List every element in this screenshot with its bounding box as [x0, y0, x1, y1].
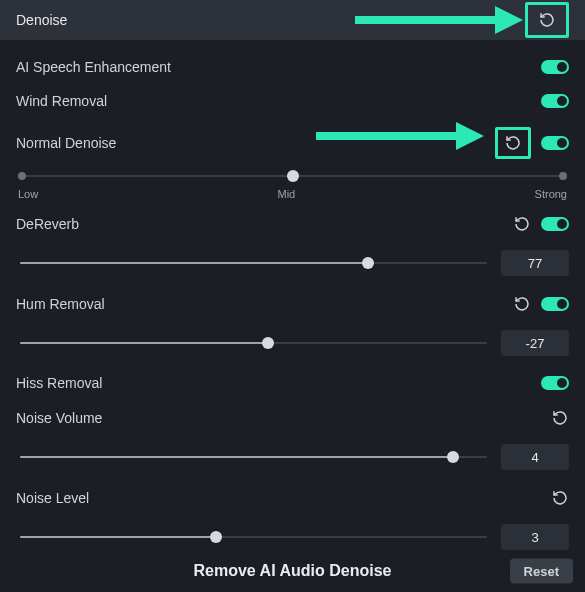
hum-toggle[interactable]: [541, 297, 569, 311]
reset-icon[interactable]: [513, 295, 531, 313]
tick-strong: Strong: [535, 188, 567, 200]
footer-bar: Remove AI Audio Denoise Reset: [0, 554, 585, 588]
reset-icon[interactable]: [551, 489, 569, 507]
noise-volume-slider[interactable]: [16, 451, 491, 463]
footer-caption: Remove AI Audio Denoise: [194, 562, 392, 580]
normal-denoise-reset-highlight: [495, 127, 531, 159]
noise-level-label: Noise Level: [16, 490, 89, 506]
reset-icon[interactable]: [551, 409, 569, 427]
normal-denoise-label: Normal Denoise: [16, 135, 116, 151]
dereverb-toggle[interactable]: [541, 217, 569, 231]
reset-icon[interactable]: [538, 11, 556, 29]
hum-value[interactable]: -27: [501, 330, 569, 356]
noise-level-row: Noise Level: [16, 480, 569, 516]
reset-icon[interactable]: [504, 134, 522, 152]
ai-speech-row: AI Speech Enhancement: [16, 50, 569, 84]
noise-volume-value[interactable]: 4: [501, 444, 569, 470]
ai-speech-toggle[interactable]: [541, 60, 569, 74]
ai-speech-label: AI Speech Enhancement: [16, 59, 171, 75]
noise-level-value[interactable]: 3: [501, 524, 569, 550]
noise-volume-label: Noise Volume: [16, 410, 102, 426]
dereverb-slider[interactable]: [16, 257, 491, 269]
denoise-header: Denoise: [0, 0, 585, 40]
normal-denoise-row: Normal Denoise: [16, 118, 569, 168]
tick-low: Low: [18, 188, 38, 200]
hiss-toggle[interactable]: [541, 376, 569, 390]
noise-level-slider[interactable]: [16, 531, 491, 543]
hiss-row: Hiss Removal: [16, 366, 569, 400]
header-reset-highlight: [525, 2, 569, 38]
normal-denoise-toggle[interactable]: [541, 136, 569, 150]
hum-label: Hum Removal: [16, 296, 105, 312]
normal-denoise-slider[interactable]: Low Mid Strong: [16, 170, 569, 200]
denoise-panel: AI Speech Enhancement Wind Removal Norma…: [0, 40, 585, 550]
noise-volume-row: Noise Volume: [16, 400, 569, 436]
dereverb-value[interactable]: 77: [501, 250, 569, 276]
wind-removal-row: Wind Removal: [16, 84, 569, 118]
denoise-title: Denoise: [16, 12, 67, 28]
tick-mid: Mid: [278, 188, 296, 200]
reset-icon[interactable]: [513, 215, 531, 233]
dereverb-row: DeReverb: [16, 206, 569, 242]
dereverb-label: DeReverb: [16, 216, 79, 232]
hiss-label: Hiss Removal: [16, 375, 102, 391]
wind-removal-toggle[interactable]: [541, 94, 569, 108]
reset-button[interactable]: Reset: [510, 559, 573, 584]
wind-removal-label: Wind Removal: [16, 93, 107, 109]
hum-slider[interactable]: [16, 337, 491, 349]
hum-row: Hum Removal: [16, 286, 569, 322]
